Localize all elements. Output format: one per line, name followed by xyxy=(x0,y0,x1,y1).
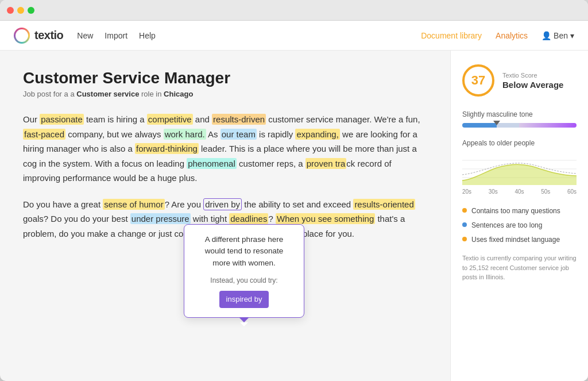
paragraph-1: Our passionate team is hiring a competit… xyxy=(23,112,427,186)
score-info: Textio Score Below Average xyxy=(502,72,563,90)
insight-item-0: Contains too many questions xyxy=(462,206,577,216)
highlight-forward-thinking: forward-thinking xyxy=(135,143,199,154)
chevron-down-icon: ▾ xyxy=(570,31,574,40)
highlight-deadlines: deadlines xyxy=(229,213,268,224)
highlight-work-hard: work hard. xyxy=(164,129,206,140)
app-window: textio New Import Help Document library … xyxy=(0,0,588,381)
score-circle: 37 xyxy=(462,64,494,97)
tooltip-main-text: A different phrase here would tend to re… xyxy=(196,234,292,269)
insight-text-1: Sentences are too long xyxy=(471,221,542,230)
user-menu[interactable]: 👤 Ben ▾ xyxy=(541,31,574,40)
age-label-30s: 30s xyxy=(489,188,498,195)
highlight-sense-of-humor: sense of humor xyxy=(103,199,164,210)
age-label-50s: 50s xyxy=(541,188,550,195)
tone-section: Slightly masculine tone xyxy=(462,110,577,128)
insight-dot-2 xyxy=(462,237,467,241)
score-label: Textio Score xyxy=(502,72,563,79)
traffic-lights xyxy=(7,7,34,14)
insights-section: Contains too many questions Sentences ar… xyxy=(462,206,577,244)
highlight-our-team: our team xyxy=(220,129,257,140)
user-name: Ben xyxy=(554,31,568,40)
sidebar-footer-text: Textio is currently comparing your writi… xyxy=(462,255,577,280)
sidebar: 37 Textio Score Below Average Slightly m… xyxy=(450,51,588,381)
tone-bar xyxy=(462,123,577,128)
score-section: 37 Textio Score Below Average xyxy=(462,64,577,97)
age-labels: 20s 30s 40s 50s 60s xyxy=(462,188,577,195)
age-label-20s: 20s xyxy=(462,188,471,195)
age-label-40s: 40s xyxy=(514,188,524,195)
highlight-competitive: competitive xyxy=(147,114,193,125)
main-content[interactable]: Customer Service Manager Job post for a … xyxy=(0,51,450,381)
close-button[interactable] xyxy=(7,7,14,14)
insight-dot-0 xyxy=(462,208,467,213)
highlight-phenomenal: phenomenal xyxy=(187,158,237,169)
highlight-results-driven: results-driven xyxy=(212,114,266,125)
highlight-proven-track: proven tra xyxy=(305,158,347,169)
nav-right: Document library Analytics 👤 Ben ▾ xyxy=(421,31,574,40)
tooltip-wrapper: A different phrase here would tend to re… xyxy=(184,224,304,318)
age-chart xyxy=(462,152,577,186)
doc-subtitle: Job post for a a Customer service role i… xyxy=(23,90,427,98)
age-chart-svg xyxy=(462,152,577,186)
nav-document-library[interactable]: Document library xyxy=(421,31,482,40)
tooltip-arrow-inner xyxy=(240,322,248,326)
score-value: 37 xyxy=(471,73,485,88)
user-icon: 👤 xyxy=(541,31,551,40)
tooltip-suggestion[interactable]: inspired by xyxy=(219,291,269,308)
logo: textio xyxy=(14,28,63,44)
highlight-results-oriented: results-oriented xyxy=(353,199,415,210)
insight-text-0: Contains too many questions xyxy=(471,206,560,216)
sidebar-footer: Textio is currently comparing your writi… xyxy=(462,253,577,282)
tone-marker-triangle xyxy=(493,121,500,125)
tooltip: A different phrase here would tend to re… xyxy=(184,224,304,318)
tooltip-arrow xyxy=(239,318,249,322)
highlight-passionate: passionate xyxy=(40,114,84,125)
content-area: Customer Service Manager Job post for a … xyxy=(0,51,588,381)
nav-links: New Import Help xyxy=(77,29,156,43)
age-title: Appeals to older people xyxy=(462,139,577,147)
nav-import[interactable]: Import xyxy=(105,29,127,43)
highlight-driven-by[interactable]: driven by xyxy=(203,198,242,210)
titlebar xyxy=(0,0,588,21)
insight-dot-1 xyxy=(462,222,467,227)
insight-item-1: Sentences are too long xyxy=(462,221,577,230)
score-desc: Below Average xyxy=(502,80,563,90)
doc-title: Customer Service Manager xyxy=(23,69,427,87)
navbar: textio New Import Help Document library … xyxy=(0,21,588,51)
logo-text: textio xyxy=(34,29,63,42)
insight-text-2: Uses fixed mindset language xyxy=(471,235,560,245)
minimize-button[interactable] xyxy=(17,7,24,14)
logo-icon xyxy=(14,28,30,44)
nav-help[interactable]: Help xyxy=(139,29,156,43)
age-section: Appeals to older people xyxy=(462,139,577,195)
maximize-button[interactable] xyxy=(28,7,34,14)
nav-analytics[interactable]: Analytics xyxy=(496,31,528,40)
highlight-when-you-see: When you see something xyxy=(276,213,375,224)
tone-title: Slightly masculine tone xyxy=(462,110,577,118)
tooltip-instead-label: Instead, you could try: xyxy=(196,275,292,286)
insight-item-2: Uses fixed mindset language xyxy=(462,235,577,245)
highlight-expanding: expanding, xyxy=(295,129,339,140)
highlight-under-pressure: under pressure xyxy=(130,213,191,224)
nav-new[interactable]: New xyxy=(77,29,93,43)
tone-marker xyxy=(493,121,500,125)
doc-body[interactable]: Our passionate team is hiring a competit… xyxy=(23,112,427,241)
highlight-fast-paced: fast-paced xyxy=(23,129,65,140)
age-label-60s: 60s xyxy=(567,188,577,195)
